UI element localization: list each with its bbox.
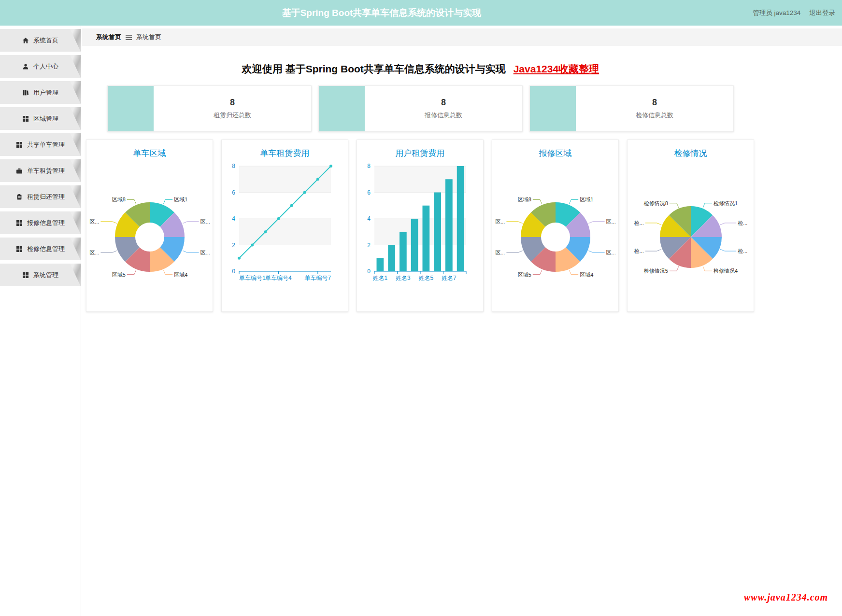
sidebar-item-repair-info[interactable]: 报修信息管理 [0,211,81,234]
sidebar-item-system-management[interactable]: 系统管理 [0,264,81,286]
svg-text:区域8: 区域8 [112,196,126,202]
stat-value: 8 [230,98,235,108]
sidebar-item-label: 租赁归还管理 [27,193,65,201]
sidebar-item-system-home[interactable]: 系统首页 [0,29,81,52]
svg-text:区...: 区... [200,219,210,224]
stat-cards-row: 8 租赁归还总数 8 报修信息总数 8 检修信息总数 [107,85,734,132]
svg-text:区域8: 区域8 [518,196,531,202]
svg-text:检修情况8: 检修情况8 [643,200,668,206]
grid-icon [16,141,23,148]
grid-icon [16,220,23,226]
stat-accent-block [108,86,154,131]
sidebar-item-label: 个人中心 [33,62,58,71]
sidebar-item-label: 系统首页 [33,36,58,45]
svg-text:检...: 检... [737,220,747,226]
home-icon [22,37,29,44]
svg-text:姓名1: 姓名1 [373,275,388,281]
chart-title: 单车区域 [86,148,213,159]
chart-title: 单车租赁费用 [222,148,348,159]
svg-text:0: 0 [367,268,371,275]
svg-text:区...: 区... [89,219,99,224]
sidebar-item-label: 共享单车管理 [27,140,65,149]
menu-icon [126,35,132,40]
site-watermark: www.java1234.com [744,592,828,603]
svg-text:区...: 区... [606,219,616,224]
chart-card-bike-rental-fee: 单车租赁费用 02468单车编号1单车编号4单车编号7 [221,140,348,312]
svg-text:单车编号1: 单车编号1 [239,275,266,281]
bike-area-donut-chart: 区域1区...区...区域4区域5区...区...区域8 [86,159,213,307]
svg-text:单车编号4: 单车编号4 [265,275,292,281]
grid-icon [22,115,29,122]
sidebar-item-rental-management[interactable]: 单车租赁管理 [0,159,81,182]
svg-text:姓名5: 姓名5 [419,275,434,281]
svg-text:4: 4 [367,215,371,222]
chart-card-inspection-status: 检修情况 检修情况1检...检...检修情况4检修情况5检...检...检修情况… [627,140,754,312]
stat-label: 租赁归还总数 [214,111,251,120]
chart-title: 检修情况 [628,148,754,159]
svg-text:2: 2 [367,242,371,249]
sidebar-item-label: 区域管理 [33,114,58,123]
java1234-link[interactable]: Java1234收藏整理 [514,63,599,74]
sidebar-item-personal-center[interactable]: 个人中心 [0,55,81,78]
chart-title: 报修区域 [492,148,618,159]
sidebar: 系统首页 个人中心 用户管理 区域管理 共享单车管理 单车租赁管理 租赁归还管理… [0,26,81,616]
sidebar-item-area-management[interactable]: 区域管理 [0,107,81,130]
inspection-status-pie-chart: 检修情况1检...检...检修情况4检修情况5检...检...检修情况8 [628,159,754,307]
svg-text:6: 6 [232,189,235,196]
svg-text:区...: 区... [495,219,505,224]
svg-text:区域1: 区域1 [174,196,187,202]
svg-text:区域1: 区域1 [580,196,593,202]
svg-text:8: 8 [232,163,235,169]
sidebar-item-bike-management[interactable]: 共享单车管理 [0,133,81,156]
stat-value: 8 [652,98,657,108]
svg-text:4: 4 [232,215,235,222]
sidebar-item-return-management[interactable]: 租赁归还管理 [0,185,81,208]
svg-text:8: 8 [367,163,371,169]
grid-icon [22,272,29,279]
stat-card-rental-returns: 8 租赁归还总数 [107,85,312,132]
svg-text:区域4: 区域4 [580,272,593,278]
svg-text:2: 2 [232,242,235,249]
svg-text:检修情况5: 检修情况5 [643,268,668,274]
svg-text:检修情况1: 检修情况1 [713,200,738,206]
svg-text:姓名3: 姓名3 [396,275,411,281]
sidebar-item-label: 单车租赁管理 [27,167,65,175]
user-rental-fee-bar-chart: 02468姓名1姓名3姓名5姓名7 [357,159,483,307]
chart-card-bike-area: 单车区域 区域1区...区...区域4区域5区...区...区域8 [86,140,213,312]
svg-text:区...: 区... [200,250,210,255]
stat-value: 8 [441,98,446,108]
stat-label: 检修信息总数 [636,111,673,120]
bike-rental-fee-line-chart: 02468单车编号1单车编号4单车编号7 [222,159,348,307]
svg-text:检...: 检... [634,220,644,226]
stat-card-inspection-info: 8 检修信息总数 [529,85,734,132]
breadcrumb-current: 系统首页 [136,33,161,42]
svg-text:区域5: 区域5 [518,272,531,278]
main-content: 欢迎使用 基于Spring Boot共享单车信息系统的设计与实现 Java123… [86,46,755,312]
logout-link[interactable]: 退出登录 [809,9,835,16]
welcome-text: 欢迎使用 基于Spring Boot共享单车信息系统的设计与实现 [242,63,506,74]
svg-text:姓名7: 姓名7 [442,275,457,281]
breadcrumb-root[interactable]: 系统首页 [96,33,121,42]
svg-text:区...: 区... [606,250,616,255]
stat-accent-block [530,86,576,131]
svg-text:检...: 检... [634,248,644,254]
svg-text:区域4: 区域4 [174,272,187,278]
logged-in-user: 管理员 java1234 [753,9,800,16]
user-icon [22,63,29,70]
svg-text:检修情况4: 检修情况4 [713,268,738,274]
sidebar-item-label: 检修信息管理 [27,245,65,253]
stat-accent-block [319,86,365,131]
sidebar-item-label: 系统管理 [33,271,58,280]
briefcase-icon [16,168,23,174]
sidebar-item-label: 用户管理 [33,88,58,97]
sidebar-item-user-management[interactable]: 用户管理 [0,81,81,104]
sidebar-item-inspection-info[interactable]: 检修信息管理 [0,238,81,260]
clipboard-icon [16,194,23,200]
chart-card-repair-area: 报修区域 区域1区...区...区域4区域5区...区...区域8 [492,140,619,312]
book-icon [22,89,29,96]
app-title: 基于Spring Boot共享单车信息系统的设计与实现 [0,0,763,26]
charts-row: 单车区域 区域1区...区...区域4区域5区...区...区域8 单车租赁费用… [86,140,755,312]
repair-area-donut-chart: 区域1区...区...区域4区域5区...区...区域8 [492,159,618,307]
stat-card-repair-info: 8 报修信息总数 [318,85,523,132]
svg-text:0: 0 [232,268,235,275]
